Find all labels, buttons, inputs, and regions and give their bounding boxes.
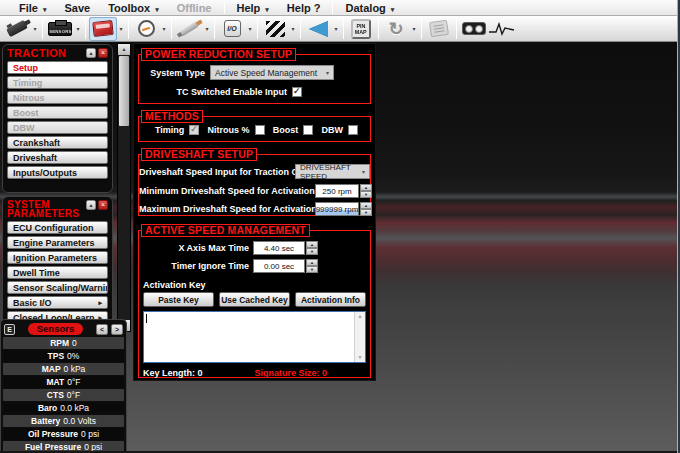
tc-switched-checkbox[interactable] [292,87,302,97]
spark-plug-button[interactable] [175,17,203,41]
spin-down-icon[interactable] [360,209,372,216]
spin-down-icon[interactable] [306,266,318,273]
sidebar-item-crankshaft[interactable]: Crankshaft [7,136,108,149]
pin-map-button[interactable]: PINMAP [347,17,375,41]
collapse-panel-button[interactable]: ▴ [86,48,96,58]
scrollbar-thumb[interactable] [119,56,129,126]
paste-key-button[interactable]: Paste Key [143,292,214,307]
spin-down-icon[interactable] [306,248,318,255]
submenu-arrow-icon: ▸ [98,299,102,307]
sidebar-item-setup[interactable]: Setup [7,61,108,74]
fuel-injector-button[interactable] [3,17,31,41]
system-type-dropdown[interactable]: Active Speed Management [210,65,334,80]
timing-method-checkbox [189,125,199,135]
ecu-setup-button[interactable] [89,17,117,41]
io-button[interactable]: I/O [218,17,246,41]
max-driveshaft-input[interactable]: 999999 rpm [315,202,359,216]
dbw-method-checkbox[interactable] [348,125,358,135]
nitrous-method-checkbox[interactable] [255,125,265,135]
spin-up-icon[interactable] [360,184,372,191]
max-driveshaft-label: Maximum Driveshaft Speed for Activation [139,204,311,214]
expand-sensors-button[interactable]: E [4,324,15,335]
sync-icon: ↻ [388,20,403,38]
sensors-prev-button[interactable]: < [96,324,108,335]
toolbar-separator [128,18,129,39]
chevron-down-icon[interactable] [332,17,340,41]
methods-group: METHODS Timing Nitrous % Boost DBW [138,116,371,142]
sensors-module-button[interactable]: SENSORS [46,17,74,41]
chevron-down-icon[interactable] [74,17,82,41]
chevron-down-icon[interactable] [410,17,418,41]
datalog-trace-button[interactable] [488,17,516,41]
x-axis-max-time-input[interactable]: 4.40 sec [253,241,305,255]
spin-up-icon[interactable] [360,202,372,209]
sidebar-scrollbar[interactable]: ▲ ▼ [117,43,131,332]
toolbar-separator [300,18,301,39]
spin-down-icon[interactable] [360,191,372,198]
scroll-up-icon[interactable]: ▲ [355,312,365,321]
spin-up-icon[interactable] [306,241,318,248]
sensor-row: Baro0.0 kPa [3,402,124,414]
close-panel-button[interactable]: × [98,48,108,58]
timer-ignore-time-input[interactable]: 0.00 sec [253,259,305,273]
spin-up-icon[interactable] [306,259,318,266]
sidebar-item-dwell-time[interactable]: Dwell Time [7,266,108,279]
chevron-down-icon [155,2,159,14]
sidebar-item-inputs-outputs[interactable]: Inputs/Outputs [7,166,108,179]
group-title: METHODS [141,110,203,123]
activation-info-button[interactable]: Activation Info [295,292,366,307]
sidebar-item-timing: Timing [7,76,108,89]
fuel-injector-icon [6,20,28,37]
text-caret [146,314,147,323]
gauge-button[interactable] [132,17,160,41]
menu-save[interactable]: Save [55,0,99,15]
chevron-down-icon[interactable] [246,17,254,41]
active-speed-management-group: ACTIVE SPEED MANAGEMENT X Axis Max Time … [138,230,371,378]
sidebar-item-ecu-configuration[interactable]: ECU Configuration [7,221,108,234]
menu-bar: File Save Toolbox Offline Help Help ? Da… [0,0,680,16]
use-cached-key-button[interactable]: Use Cached Key [219,292,290,307]
menu-help[interactable]: Help [228,0,278,15]
sidebar-item-ignition-parameters[interactable]: Ignition Parameters [7,251,108,264]
dual-gauges-button[interactable] [460,17,488,41]
ignition-button[interactable] [261,17,289,41]
textarea-scrollbar[interactable]: ▲ ▼ [354,312,365,362]
toolbar-separator [257,18,258,39]
timing-wedge-button[interactable] [304,17,332,41]
sidebar-item-nitrous: Nitrous [7,91,108,104]
boost-method-checkbox[interactable] [303,125,313,135]
power-reduction-window: POWER REDUCTION SETUP System Type Active… [133,43,376,381]
chevron-down-icon [43,2,47,14]
app-window: File Save Toolbox Offline Help Help ? Da… [0,0,680,453]
chevron-down-icon[interactable] [203,17,211,41]
menu-toolbox[interactable]: Toolbox [99,0,167,15]
sensors-next-button[interactable]: > [111,324,123,335]
min-driveshaft-input[interactable]: 250 rpm [315,184,359,198]
menu-file[interactable]: File [10,0,55,15]
menu-help-question[interactable]: Help ? [278,0,330,15]
sidebar-item-driveshaft[interactable]: Driveshaft [7,151,108,164]
sidebar-item-basic-io[interactable]: Basic I/O▸ [7,296,108,309]
chevron-down-icon[interactable] [31,17,39,41]
scroll-down-icon[interactable]: ▼ [355,353,365,362]
activation-key-label: Activation Key [143,280,370,290]
chevron-down-icon [391,2,395,14]
driveshaft-input-dropdown[interactable]: DRIVESHAFT SPEED [295,164,370,179]
sidebar-item-boost: Boost [7,106,108,119]
close-panel-button[interactable]: × [98,200,108,210]
signature-size-status: Signature Size: 0 [255,368,328,378]
chevron-down-icon[interactable] [289,17,297,41]
activation-key-textarea[interactable]: ▲ ▼ [143,311,366,363]
chevron-down-icon[interactable] [117,17,125,41]
system-parameters-panel: SYSTEM PARAMETERS ▴ × ECU Configuration … [2,196,113,329]
sensor-row: RPM0 [3,337,124,349]
collapse-panel-button[interactable]: ▴ [86,200,96,210]
chevron-down-icon[interactable] [160,17,168,41]
sidebar-item-engine-parameters[interactable]: Engine Parameters [7,236,108,249]
key-length-status: Key Length: 0 [143,368,203,378]
sidebar-item-sensor-scaling[interactable]: Sensor Scaling/Warnings▸ [7,281,108,294]
menu-datalog[interactable]: Datalog [336,0,403,15]
sync-button[interactable]: ↻ [382,17,410,41]
sensor-row: TPS0% [3,350,124,362]
scroll-up-icon[interactable]: ▲ [118,44,130,55]
